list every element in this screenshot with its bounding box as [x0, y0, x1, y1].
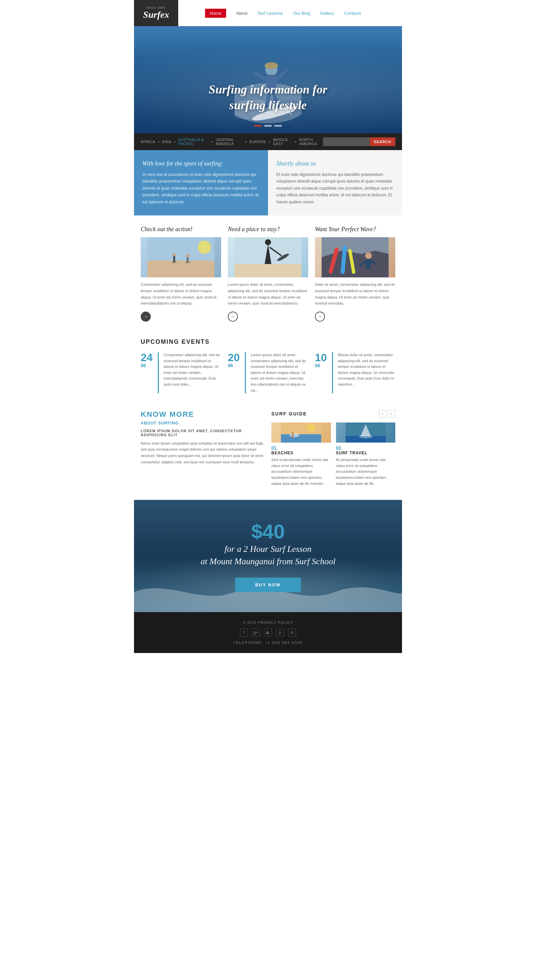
- svg-point-39: [291, 432, 294, 434]
- know-more-body: Nemo enim ipsam voluptatem quia voluptas…: [141, 440, 265, 465]
- footer-phone: TELEPHONE: +1 800 603 6035: [141, 641, 395, 644]
- svg-rect-21: [234, 264, 302, 277]
- svg-rect-15: [173, 256, 175, 262]
- hero-section: Surfing information for surfing lifestyl…: [134, 26, 402, 134]
- col-2-text: Lorem ipsum dolor sit amet, consectetur …: [228, 282, 308, 307]
- event-month-3: 06: [315, 363, 327, 368]
- guide-nav: ‹ ›: [379, 410, 395, 417]
- logo-box: Since 2004 Surfex: [134, 0, 178, 26]
- event-text-2: Lorem ipsum dolor sit amet, consectetur …: [251, 352, 308, 393]
- col-1-arrow-button[interactable]: →: [141, 312, 151, 321]
- nav-about[interactable]: About: [236, 11, 248, 16]
- search-area: SEARCH: [323, 137, 395, 146]
- event-bar-2: [245, 352, 246, 393]
- surf-guide-title: SURF GUIDE: [271, 411, 307, 417]
- event-month-2: 06: [228, 363, 240, 368]
- region-middle-east[interactable]: MIDDLE EAST: [273, 138, 292, 146]
- promo-banner: $40 for a 2 Hour Surf Lesson at Mount Ma…: [134, 500, 402, 612]
- svg-point-38: [289, 433, 299, 437]
- social-linkedin-icon[interactable]: in: [288, 628, 296, 636]
- guide-item-beaches: 01. BEACHES Sed ut perspiciatis unde omn…: [271, 423, 331, 487]
- hero-carousel-dots: [254, 125, 282, 127]
- hero-dot-2[interactable]: [264, 125, 272, 127]
- col-1-image: [141, 237, 221, 277]
- nav-home[interactable]: Home: [205, 9, 226, 18]
- surf-guide-panel: SURF GUIDE ‹ ›: [271, 410, 395, 487]
- event-item-1: 24 06 Consectetur adipiscing elit, sed d…: [141, 352, 221, 393]
- social-pinterest-icon[interactable]: p: [276, 628, 284, 636]
- svg-rect-32: [366, 259, 371, 269]
- footer-social-icons: f g+ p in: [141, 628, 395, 636]
- footer: © 2014 PRIVACY POLICY f g+ p in TELEPHON…: [134, 612, 402, 653]
- region-asia[interactable]: ASIA: [162, 140, 171, 144]
- region-central-america[interactable]: CENTRAL AMERICA: [216, 138, 243, 146]
- hero-dot-1[interactable]: [254, 125, 262, 127]
- svg-point-19: [186, 254, 189, 257]
- col-3-title: Want Your Perfect Wave?: [315, 226, 395, 233]
- guide-num-2: 02.: [336, 445, 396, 451]
- search-button[interactable]: SEARCH: [370, 137, 395, 146]
- event-text-1: Consectetur adipiscing elit, sed do eius…: [164, 352, 221, 393]
- buy-now-button[interactable]: BUY NOW: [235, 578, 301, 592]
- guide-next-button[interactable]: ›: [388, 410, 395, 417]
- event-date-1: 24 06: [141, 352, 153, 393]
- about-left-text: At vero eos et accusamus et iusto odio d…: [142, 171, 259, 205]
- nav-surf-lessons[interactable]: Surf Lessons: [258, 11, 283, 16]
- about-right-panel: Shortly about us Et iusto odio dignissim…: [268, 150, 402, 215]
- promo-price: $40: [141, 520, 395, 543]
- svg-line-5: [254, 73, 266, 80]
- svg-point-31: [365, 252, 372, 259]
- col-3-image: [315, 237, 395, 277]
- event-bar-3: [332, 352, 333, 393]
- nav-contacts[interactable]: Contacts: [344, 11, 361, 16]
- about-right-text: Et iusto odio dignissimos ducimus qui bl…: [277, 171, 394, 205]
- nav-our-blog[interactable]: Our Blog: [293, 11, 310, 16]
- guide-items-list: 01. BEACHES Sed ut perspiciatis unde omn…: [271, 423, 395, 487]
- svg-point-9: [265, 62, 278, 69]
- nav-gallery[interactable]: Gallery: [320, 11, 334, 16]
- svg-rect-40: [292, 434, 293, 438]
- region-dot-3: ●: [212, 140, 213, 143]
- region-europe[interactable]: EUROPE: [250, 140, 266, 144]
- about-section: With love for the sport of surfing: At v…: [134, 150, 402, 215]
- guide-item-surf-travel: 02. SURF TRAVEL At perspiciatis unde omn…: [336, 423, 396, 487]
- region-africa[interactable]: AFRICA: [141, 140, 155, 144]
- col-2-arrow-button[interactable]: →: [228, 312, 238, 321]
- search-input[interactable]: [323, 137, 370, 146]
- event-date-3: 10 06: [315, 352, 327, 393]
- svg-point-37: [307, 423, 315, 431]
- about-left-panel: With love for the sport of surfing: At v…: [134, 150, 268, 215]
- svg-point-16: [173, 253, 176, 256]
- region-list: AFRICA ● ASIA ● AUSTRALIA & PACIFIC ● CE…: [141, 138, 323, 146]
- region-australia[interactable]: AUSTRALIA & PACIFIC: [178, 138, 209, 146]
- social-googleplus-icon[interactable]: g+: [252, 628, 260, 636]
- events-section: UPCOMING EVENTS 24 06 Consectetur adipis…: [134, 332, 402, 400]
- region-dot-4: ●: [245, 140, 247, 143]
- region-dot-6: ●: [295, 140, 296, 143]
- svg-rect-12: [147, 261, 215, 277]
- region-north-america[interactable]: NORTH AMERICA: [299, 138, 323, 146]
- col-3-arrow-button[interactable]: →: [315, 312, 325, 321]
- guide-num-1: 01.: [271, 445, 331, 451]
- hero-title: Surfing information for surfing lifestyl…: [134, 82, 402, 113]
- know-more-title-line2: ABOUT SURFING: [141, 421, 265, 425]
- event-item-2: 20 06 Lorem ipsum dolor sit amet, consec…: [228, 352, 308, 393]
- main-nav: Home About Surf Lessons Our Blog Gallery…: [205, 9, 361, 18]
- event-date-2: 20 06: [228, 352, 240, 393]
- event-day-3: 10: [315, 352, 327, 363]
- col-perfect-wave: Want Your Perfect Wave? Dolor sit amet, …: [315, 226, 395, 321]
- promo-text: for a 2 Hour Surf Lesson at Mount Maunga…: [141, 543, 395, 568]
- region-bar: AFRICA ● ASIA ● AUSTRALIA & PACIFIC ● CE…: [134, 134, 402, 150]
- guide-label-2: SURF TRAVEL: [336, 451, 396, 455]
- social-rss-icon[interactable]: [264, 628, 272, 636]
- event-month-1: 06: [141, 363, 153, 368]
- col-2-image: [228, 237, 308, 277]
- guide-prev-button[interactable]: ‹: [379, 410, 386, 417]
- social-facebook-icon[interactable]: f: [240, 628, 248, 636]
- hero-dot-3[interactable]: [274, 125, 282, 127]
- event-item-3: 10 06 Massa dolor sit amet, consectetur …: [315, 352, 395, 393]
- svg-line-6: [277, 70, 286, 80]
- logo-since: Since 2004: [147, 6, 165, 10]
- event-bar-1: [158, 352, 159, 393]
- col-3-text: Dolor sit amet, consectetur adipiscing e…: [315, 282, 395, 307]
